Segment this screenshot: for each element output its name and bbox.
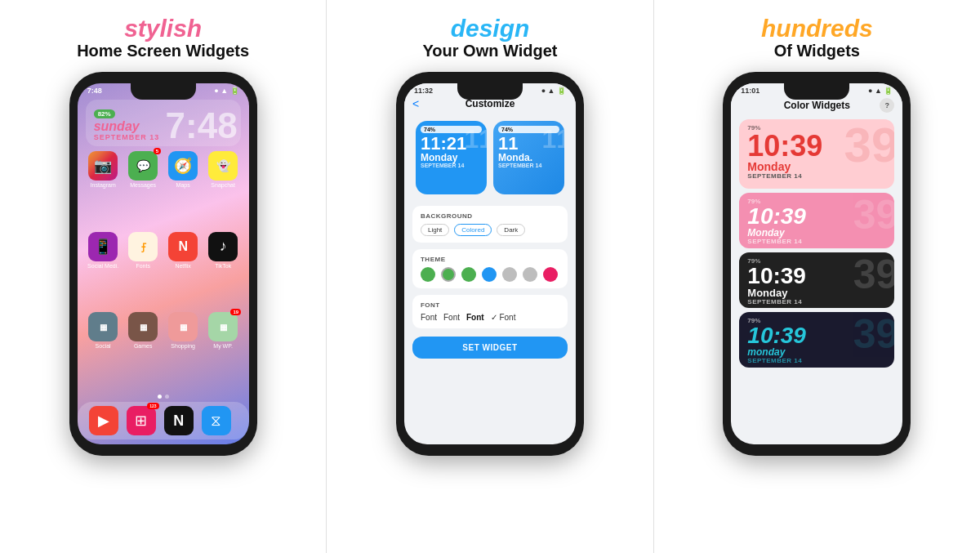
phone1: 7:48 ● ▲ 🔋 7:48 82% sunday SEPTEMBER 13 … — [69, 72, 257, 456]
cw-date-2: SEPTEMBER 14 — [747, 238, 886, 245]
app-label-messages: Messages — [130, 182, 156, 188]
cw-question-icon[interactable]: ? — [880, 98, 894, 113]
app-icon-netflix: N — [168, 232, 198, 261]
settings-theme-label: THEME — [421, 256, 559, 263]
dock-youtube: ▶ — [89, 406, 118, 435]
settings-theme-section: THEME — [412, 249, 568, 288]
app-label-mywp: My WP. — [213, 343, 233, 349]
colorwidgets-bg: 11:01 ● ▲ 🔋 Color Widgets ? 39 79% 10: — [731, 83, 902, 444]
widget-preview-row: 11 74% 11:21 Monday SEPTEMBER 14 11 74% … — [404, 113, 576, 203]
app-label-tiktok: TikTok — [215, 263, 231, 269]
theme-dot-green[interactable] — [421, 267, 435, 282]
app-icon-mywp: ▦19 — [208, 312, 238, 341]
phone3-screen: 11:01 ● ▲ 🔋 Color Widgets ? 39 79% 10: — [731, 83, 902, 444]
phone1-notch — [131, 83, 196, 100]
app-icon-snapchat: 👻 — [208, 151, 238, 181]
status-time-3: 11:01 — [741, 87, 760, 95]
app-label-maps: Maps — [176, 182, 190, 188]
cw-bg-time-3: 39 — [853, 254, 895, 295]
dock: ▶ ⊞123 N ⧖ — [78, 402, 249, 439]
panel-hundreds: hundreds Of Widgets 11:01 ● ▲ 🔋 Color Wi… — [654, 0, 980, 553]
theme-dot-green3[interactable] — [461, 267, 476, 282]
font-options: Font Font Font ✓ Font — [421, 313, 559, 322]
panel3-title: hundreds Of Widgets — [761, 15, 873, 60]
dock-safari: ⧖ — [202, 406, 231, 435]
bg-opt-dark[interactable]: Dark — [497, 224, 525, 236]
font-opt-bold[interactable]: Font — [466, 313, 484, 322]
dot-active — [158, 395, 162, 399]
phone2-notch — [457, 83, 523, 100]
widget-preview-1: 11 74% 11:21 Monday SEPTEMBER 14 — [416, 121, 487, 194]
font-opt-light[interactable]: Font — [421, 313, 437, 322]
app-label-fonts: Fonts — [136, 263, 150, 269]
app-icon-instagram: 📷 — [88, 151, 118, 181]
settings-bg-label: BACKGROUND — [421, 212, 559, 220]
settings-bg-section: BACKGROUND Light Colored Dark — [412, 206, 568, 243]
theme-dot-blue-selected[interactable] — [482, 267, 497, 282]
app-icon-games: ▦ — [128, 312, 158, 341]
widget-date-1: SEPTEMBER 14 — [421, 163, 482, 168]
theme-dot-gray2[interactable] — [523, 267, 537, 282]
app-container: stylish Home Screen Widgets 7:48 ● ▲ 🔋 7… — [0, 0, 980, 553]
set-widget-button[interactable]: SET WIDGET — [412, 337, 568, 359]
back-button[interactable]: < — [412, 97, 419, 110]
app-icon-messages: 💬5 — [128, 151, 158, 181]
panel1-script: stylish — [77, 15, 249, 42]
theme-dots — [421, 267, 559, 282]
app-netflix: N Netflix — [166, 232, 201, 308]
panel2-main: Your Own Widget — [422, 42, 557, 60]
app-label-shopping: Shopping — [171, 343, 195, 349]
app-messages: 💬5 Messages — [126, 151, 161, 227]
panel-design: design Your Own Widget 11:32 ● ▲ 🔋 < Cus… — [327, 0, 653, 553]
bg-opt-colored[interactable]: Colored — [454, 224, 492, 236]
font-opt-check[interactable]: ✓ Font — [491, 313, 516, 322]
theme-dot-pink[interactable] — [543, 267, 558, 282]
battery-badge-1: 82% — [94, 109, 115, 118]
app-tiktok: ♪ TikTok — [206, 232, 241, 308]
clock-big-time: 7:48 — [166, 108, 238, 144]
status-time-1: 7:48 — [87, 87, 102, 95]
cw-widget-3: 39 79% 10:39 Monday SEPTEMBER 14 — [739, 252, 894, 308]
app-games: ▦ Games — [126, 312, 161, 388]
phone2: 11:32 ● ▲ 🔋 < Customize 11 74% 11:21 Mon… — [396, 72, 584, 456]
cw-widget-4: 39 79% 10:39 monday SEPTEMBER 14 — [739, 312, 894, 368]
panel-stylish: stylish Home Screen Widgets 7:48 ● ▲ 🔋 7… — [0, 0, 327, 553]
cw-date-1: SEPTEMBER 14 — [747, 172, 886, 180]
theme-dot-green2[interactable] — [441, 267, 456, 282]
app-label-snapchat: Snapchat — [211, 182, 235, 188]
cw-title: Color Widgets — [754, 100, 880, 111]
settings-font-section: FONT Font Font Font ✓ Font — [412, 295, 568, 328]
app-grid: 📷 Instagram 💬5 Messages 🧭 Maps 👻 — [78, 148, 249, 391]
cw-date-3: SEPTEMBER 14 — [747, 298, 886, 305]
panel2-script: design — [422, 15, 557, 42]
app-icon-maps: 🧭 — [168, 151, 198, 181]
app-label-netflix: Netflix — [175, 263, 190, 269]
theme-dot-gray1[interactable] — [502, 267, 517, 282]
app-shopping: ▦ Shopping — [166, 312, 201, 388]
phone3: 11:01 ● ▲ 🔋 Color Widgets ? 39 79% 10: — [723, 72, 911, 456]
app-label-instagram: Instagram — [91, 182, 116, 188]
bg-opt-light[interactable]: Light — [421, 224, 449, 236]
panel3-main: Of Widgets — [761, 42, 873, 60]
widget-clock-1: 7:48 82% sunday SEPTEMBER 13 — [86, 100, 241, 146]
cw-bg-time-2: 39 — [853, 194, 895, 235]
page-dots — [78, 395, 249, 399]
status-icons-3: ● ▲ 🔋 — [868, 87, 893, 95]
dock-notion: N — [164, 406, 194, 435]
app-icon-shopping: ▦ — [168, 312, 198, 341]
app-label-social2: Social — [96, 343, 111, 349]
panel1-main: Home Screen Widgets — [77, 42, 249, 60]
app-fonts: Ꞙ Fonts — [126, 232, 161, 308]
app-social: 📱 Social Medi. — [86, 232, 121, 308]
cw-date-4: SEPTEMBER 14 — [747, 357, 886, 364]
app-icon-social: 📱 — [88, 232, 118, 261]
status-time-2: 11:32 — [414, 87, 433, 95]
app-mywp: ▦19 My WP. — [206, 312, 241, 388]
panel3-script: hundreds — [761, 15, 873, 42]
app-snapchat: 👻 Snapchat — [206, 151, 241, 227]
app-label-games: Games — [134, 343, 153, 349]
phone2-screen: 11:32 ● ▲ 🔋 < Customize 11 74% 11:21 Mon… — [404, 83, 576, 444]
cw-widget-1: 39 79% 10:39 Monday SEPTEMBER 14 — [739, 119, 894, 189]
app-social2: ▦ Social — [86, 312, 121, 388]
font-opt-normal[interactable]: Font — [443, 313, 460, 322]
